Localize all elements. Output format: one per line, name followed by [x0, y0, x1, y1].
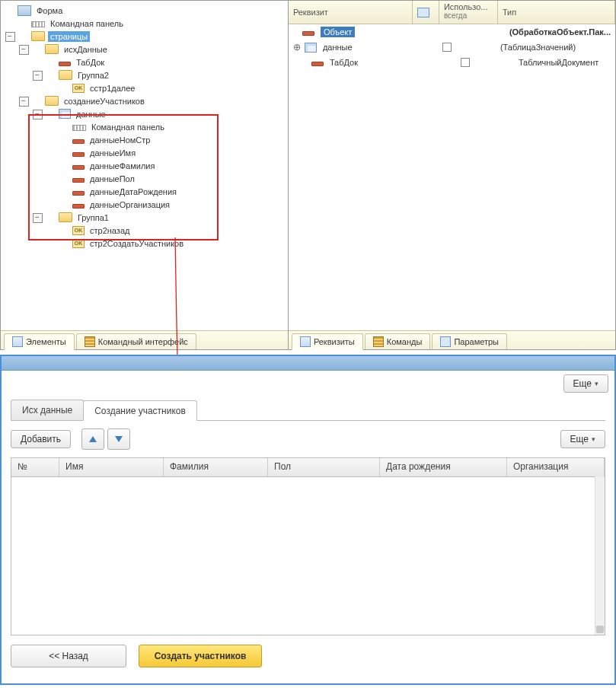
tab-command-interface[interactable]: Командный интерфейс [76, 333, 196, 349]
move-down-button[interactable] [107, 428, 130, 450]
tree-row[interactable]: данныеОрганизация [1, 198, 288, 211]
tree-label: Группа2 [75, 70, 111, 81]
back-button[interactable]: << Назад [11, 645, 126, 667]
cell-requisite: данные [323, 43, 353, 52]
cell-type: (ТаблицаЗначений) [496, 43, 615, 52]
tree-row[interactable]: Командная панель [1, 17, 288, 30]
tab-commands[interactable]: Команды [365, 333, 431, 349]
button-ok-icon: OK [72, 239, 85, 248]
folder-icon [31, 31, 45, 41]
collapse-icon[interactable] [33, 213, 43, 223]
stack-icon [12, 336, 23, 347]
collapse-icon[interactable] [5, 32, 15, 42]
tree-row[interactable]: Форма [1, 4, 288, 17]
tree-label: сстр1далее [88, 83, 137, 94]
arrow-down-icon [115, 436, 123, 442]
grid-row-tabdoc[interactable]: ТабДок ТабличныйДокумент [289, 55, 615, 70]
cell-requisite: Объект [321, 27, 355, 37]
data-grid[interactable]: № Имя Фамилия Пол Дата рождения Организа… [11, 457, 605, 635]
tree-row[interactable]: данныеФамилия [1, 159, 288, 172]
scrollbar-thumb[interactable] [596, 626, 604, 633]
tab-elements[interactable]: Элементы [4, 333, 75, 350]
tree-label: стр2назад [88, 225, 132, 236]
tree-row[interactable]: данныеДатаРождения [1, 185, 288, 198]
tab-create-participants[interactable]: Создание участников [83, 400, 197, 421]
field-icon [72, 165, 85, 170]
folder-icon [45, 96, 59, 106]
scrollbar-vertical[interactable] [595, 476, 605, 635]
collapse-icon[interactable] [33, 71, 43, 81]
col-name[interactable]: Имя [59, 458, 164, 476]
grid-row-object[interactable]: Объект (ОбработкаОбъект.Пак... [289, 24, 615, 40]
col-sex[interactable]: Пол [268, 458, 380, 476]
tree-row[interactable]: ТабДок [1, 56, 288, 68]
chevron-down-icon: ▾ [592, 435, 595, 443]
collapse-icon[interactable] [33, 110, 43, 119]
col-num[interactable]: № [11, 458, 59, 476]
folder-icon [59, 70, 72, 80]
tree-label: данныеФамилия [88, 161, 157, 171]
checkbox[interactable] [442, 43, 452, 52]
tree-row[interactable]: страницы [1, 30, 288, 43]
tree-row[interactable]: Командная панель [1, 120, 288, 133]
tree-row[interactable]: Группа2 [1, 68, 288, 81]
folder-icon [45, 44, 59, 54]
expand-icon[interactable]: ⊕ [293, 43, 302, 52]
collapse-icon[interactable] [19, 97, 29, 107]
col-org[interactable]: Организация [507, 458, 605, 476]
list-icon [85, 336, 95, 347]
attributes-header: Реквизит Использо...всегда Тип [289, 1, 615, 24]
tree-label: Командная панель [48, 18, 126, 29]
tree-row[interactable]: созданиеУчастников [1, 94, 288, 107]
table-icon [305, 43, 317, 53]
tree-row[interactable]: OKстр2СоздатьУчастников [1, 237, 288, 250]
cell-type: (ОбработкаОбъект.Пак... [505, 27, 615, 37]
move-up-button[interactable] [81, 428, 104, 450]
more-button-toolbar[interactable]: Еще▾ [560, 430, 605, 448]
form-elements-tree[interactable]: Форма Командная панель страницы исхДанны… [1, 1, 288, 330]
grid-row-data[interactable]: ⊕данные (ТаблицаЗначений) [289, 40, 615, 55]
tree-label: данныеОрганизация [88, 199, 172, 210]
tree-label: Командная панель [89, 122, 167, 132]
tree-row[interactable]: данныеПол [1, 172, 288, 185]
create-participants-button[interactable]: Создать участников [139, 645, 262, 667]
tree-label: данныеДатаРождения [88, 186, 179, 197]
grid-body[interactable] [11, 477, 605, 634]
table-icon [59, 109, 71, 119]
col-requisite[interactable]: Реквизит [289, 1, 413, 24]
field-icon [311, 62, 324, 66]
tree-row[interactable]: OKсстр1далее [1, 81, 288, 94]
tree-row[interactable]: Группа1 [1, 211, 288, 224]
attributes-grid[interactable]: Объект (ОбработкаОбъект.Пак... ⊕данные (… [289, 24, 615, 330]
cell-requisite: ТабДок [330, 58, 358, 67]
field-icon [72, 139, 85, 144]
col-type[interactable]: Тип [498, 1, 615, 24]
tree-row[interactable]: исхДанные [1, 43, 288, 56]
tree-label: данные [74, 109, 108, 119]
field-icon [72, 204, 85, 209]
tree-row[interactable]: данныеНомСтр [1, 133, 288, 146]
col-birth[interactable]: Дата рождения [380, 458, 507, 476]
col-use-always[interactable]: Использо...всегда [439, 1, 498, 24]
blue-box-icon [417, 8, 429, 18]
col-surname[interactable]: Фамилия [164, 458, 268, 476]
tree-label: исхДанные [62, 44, 110, 55]
tab-source-data[interactable]: Исх данные [11, 400, 84, 420]
col-icon-use[interactable] [413, 1, 439, 24]
field-icon [59, 62, 71, 66]
arrow-up-icon [89, 436, 97, 442]
tree-label: данныеПол [88, 174, 137, 184]
cell-type: ТабличныйДокумент [514, 58, 615, 67]
field-icon [72, 152, 85, 157]
tree-row[interactable]: данные [1, 107, 288, 120]
collapse-icon[interactable] [19, 45, 29, 55]
tree-row[interactable]: OKстр2назад [1, 224, 288, 237]
checkbox[interactable] [461, 58, 470, 67]
tree-label: Форма [34, 5, 65, 16]
more-button-top[interactable]: Еще▾ [563, 374, 608, 393]
add-button[interactable]: Добавить [11, 430, 71, 448]
tree-row[interactable]: данныеИмя [1, 146, 288, 159]
tree-label: ТабДок [74, 57, 107, 68]
tab-parameters[interactable]: Параметры [432, 333, 507, 349]
tab-requisites[interactable]: Реквизиты [292, 333, 363, 350]
